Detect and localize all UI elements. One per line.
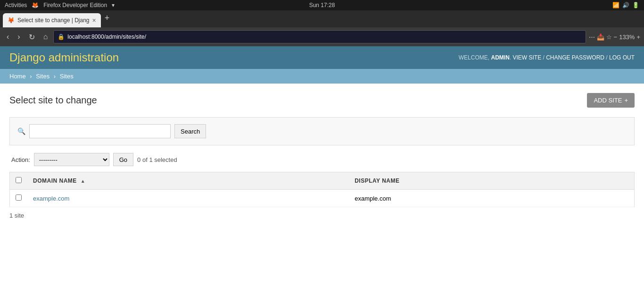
select-all-header — [10, 172, 28, 190]
row-checkbox-cell — [10, 190, 28, 207]
breadcrumb-sep-2: › — [54, 73, 56, 80]
separator-2: / — [606, 54, 609, 61]
back-button[interactable]: ‹ — [4, 31, 12, 43]
os-bar-center: Sun 17:28 — [309, 2, 335, 8]
table-row: example.com example.com — [10, 190, 635, 207]
site-count: 1 site — [9, 212, 24, 219]
menu-icon[interactable]: ⋯ — [589, 34, 595, 41]
pocket-icon[interactable]: 📥 — [597, 34, 604, 41]
domain-name-link[interactable]: example.com — [33, 195, 69, 202]
content-area: Select site to change ADD SITE + 🔍 Searc… — [0, 84, 644, 228]
system-time: Sun 17:28 — [309, 2, 335, 8]
firefox-logo-icon: 🦊 — [32, 2, 39, 8]
os-bar: Activities 🦊 Firefox Developer Edition ▾… — [0, 0, 644, 10]
browser-tab-active[interactable]: 🦊 Select site to change | Djang × — [3, 13, 101, 27]
search-input[interactable] — [29, 124, 171, 138]
search-bar: 🔍 Search — [9, 117, 635, 145]
table-header-row: DOMAIN NAME ▲ DISPLAY NAME — [10, 172, 635, 190]
browser-menu-chevron[interactable]: ▾ — [112, 2, 115, 8]
os-bar-right: 📶 🔊 🔋 — [612, 2, 639, 8]
new-tab-button[interactable]: + — [101, 13, 114, 23]
add-site-button[interactable]: ADD SITE + — [587, 93, 635, 108]
add-site-label: ADD SITE — [594, 97, 622, 104]
selected-count: 0 of 1 selected — [137, 156, 177, 163]
zoom-minus-icon[interactable]: − — [614, 34, 618, 41]
browser-name-label: Firefox Developer Edition — [43, 2, 107, 8]
actions-bar: Action: --------- Go 0 of 1 selected — [9, 153, 635, 166]
sites-table: DOMAIN NAME ▲ DISPLAY NAME example.com e… — [9, 172, 635, 207]
display-name-label: DISPLAY NAME — [355, 177, 399, 184]
security-icon: 🔒 — [58, 34, 65, 40]
volume-icon: 🔊 — [622, 2, 629, 8]
select-all-checkbox[interactable] — [16, 177, 22, 183]
tab-favicon-icon: 🦊 — [8, 17, 15, 24]
log-out-link[interactable]: LOG OUT — [609, 54, 635, 61]
admin-name: ADMIN — [491, 54, 509, 61]
tab-title: Select site to change | Djang — [17, 17, 90, 24]
breadcrumb-home[interactable]: Home — [9, 73, 26, 80]
breadcrumb-current: Sites — [60, 73, 74, 80]
activities-label[interactable]: Activities — [5, 2, 27, 8]
table-header: DOMAIN NAME ▲ DISPLAY NAME — [10, 172, 635, 190]
display-name-header: DISPLAY NAME — [349, 172, 634, 190]
action-label: Action: — [11, 156, 30, 163]
zoom-plus-icon[interactable]: + — [636, 34, 640, 41]
zoom-level: 133% — [619, 34, 635, 41]
view-site-link[interactable]: VIEW SITE — [512, 54, 541, 61]
browser-tab-bar: 🦊 Select site to change | Djang × + — [0, 10, 644, 27]
wifi-icon: 📶 — [612, 2, 619, 8]
toolbar-icons: ⋯ 📥 ☆ − 133% + — [589, 34, 640, 41]
add-icon: + — [624, 97, 628, 104]
battery-icon: 🔋 — [632, 2, 639, 8]
search-icon: 🔍 — [17, 127, 25, 135]
action-select[interactable]: --------- — [34, 153, 109, 166]
domain-name-header[interactable]: DOMAIN NAME ▲ — [27, 172, 349, 190]
django-header: Django administration WELCOME, ADMIN. VI… — [0, 46, 644, 69]
browser-toolbar: ‹ › ↻ ⌂ 🔒 localhost:8000/admin/sites/sit… — [0, 27, 644, 46]
change-password-link[interactable]: CHANGE PASSWORD — [546, 54, 604, 61]
domain-name-cell: example.com — [27, 190, 349, 207]
address-text: localhost:8000/admin/sites/site/ — [67, 34, 146, 40]
breadcrumb-sep-1: › — [30, 73, 32, 80]
row-checkbox[interactable] — [16, 194, 22, 201]
breadcrumb-bar: Home › Sites › Sites — [0, 69, 644, 84]
page-title: Select site to change — [9, 95, 97, 106]
go-button[interactable]: Go — [113, 153, 133, 166]
django-user-info: WELCOME, ADMIN. VIEW SITE / CHANGE PASSW… — [459, 54, 635, 61]
domain-name-label: DOMAIN NAME — [33, 177, 77, 184]
django-admin-title: Django administration — [9, 51, 119, 64]
display-name-value: example.com — [355, 195, 391, 202]
page-header: Select site to change ADD SITE + — [9, 93, 635, 108]
search-button[interactable]: Search — [174, 124, 206, 138]
home-button[interactable]: ⌂ — [41, 31, 51, 43]
os-bar-left: Activities 🦊 Firefox Developer Edition ▾ — [5, 2, 115, 8]
welcome-label: WELCOME, — [459, 54, 489, 61]
breadcrumb-sites-app[interactable]: Sites — [36, 73, 50, 80]
table-body: example.com example.com — [10, 190, 635, 207]
refresh-button[interactable]: ↻ — [26, 31, 38, 43]
sort-indicator-icon: ▲ — [81, 178, 85, 184]
star-icon[interactable]: ☆ — [606, 34, 612, 41]
forward-button[interactable]: › — [15, 31, 23, 43]
display-name-cell: example.com — [349, 190, 634, 207]
table-footer: 1 site — [9, 212, 635, 219]
address-bar[interactable]: 🔒 localhost:8000/admin/sites/site/ — [53, 30, 586, 43]
tab-close-button[interactable]: × — [92, 17, 96, 24]
